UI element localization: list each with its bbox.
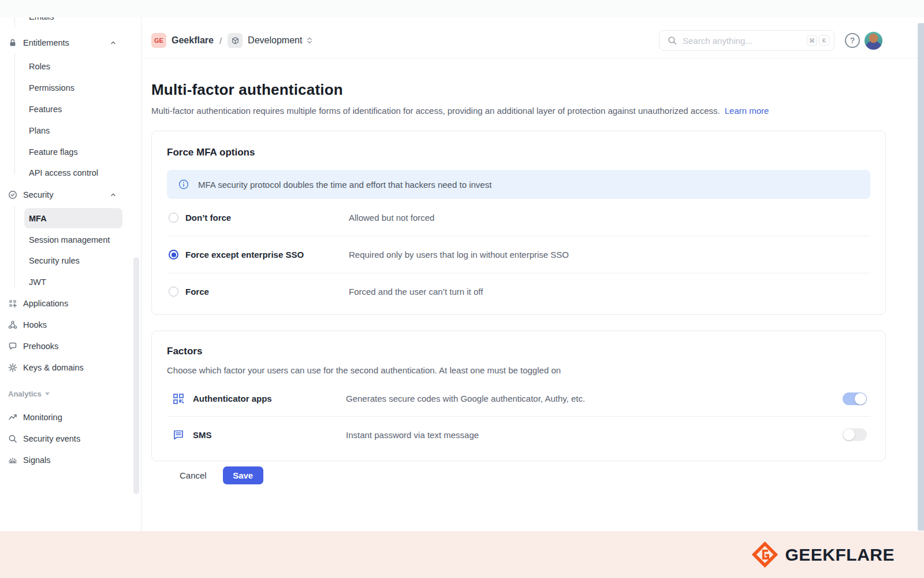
info-banner: MFA security protocol doubles the time a… (167, 170, 870, 199)
sidebar-section-label: Analytics (8, 390, 42, 398)
sidebar-item-label: Feature flags (0, 147, 78, 157)
sidebar-item-label: Features (0, 105, 62, 114)
workspace-badge[interactable]: GE (151, 33, 166, 48)
sidebar-section-label: Entitlements (23, 38, 69, 47)
sidebar-scrollbar[interactable] (133, 257, 139, 494)
chat-bubble-icon (8, 342, 17, 351)
chevron-up-icon[interactable] (110, 191, 117, 198)
geekflare-brand: GEEKFLARE (752, 542, 895, 568)
sidebar-item-label: JWT (0, 277, 46, 287)
option-description: Forced and the user can’t turn it off (349, 287, 483, 297)
chevron-updown-icon[interactable] (305, 36, 314, 45)
cancel-button[interactable]: Cancel (176, 467, 210, 484)
sidebar-item-applications[interactable]: Applications (0, 293, 141, 314)
sidebar-item-label: Monitoring (23, 413, 62, 422)
radio-button[interactable] (169, 250, 178, 260)
sidebar: Emails Entitlements Roles Permissions Fe… (0, 0, 141, 531)
sidebar-item-label: Security events (23, 434, 80, 443)
top-strip (0, 0, 924, 17)
info-banner-text: MFA security protocol doubles the time a… (198, 180, 491, 190)
learn-more-link[interactable]: Learn more (725, 106, 769, 116)
sidebar-section-analytics[interactable]: Analytics (0, 383, 141, 404)
geekflare-wordmark: GEEKFLARE (785, 545, 895, 565)
environment-selector[interactable]: Development (248, 35, 302, 46)
check-circle-icon (8, 190, 17, 199)
avatar[interactable] (865, 32, 882, 50)
k-key-badge: K (819, 35, 829, 46)
sidebar-item-label: Roles (0, 62, 50, 71)
sidebar-item-prehooks[interactable]: Prehooks (0, 336, 141, 357)
sidebar-item-label: Prehooks (23, 342, 58, 351)
factor-description: Instant password via text message (346, 430, 843, 440)
cmd-key-badge: ⌘ (807, 35, 817, 46)
save-button[interactable]: Save (223, 466, 263, 484)
signal-burst-icon (8, 455, 17, 465)
sidebar-section-entitlements[interactable]: Entitlements (0, 32, 141, 53)
mfa-option-force[interactable]: Force Forced and the user can’t turn it … (167, 273, 870, 310)
factors-card: Factors Choose which factor your users c… (151, 331, 886, 461)
radio-button[interactable] (169, 213, 178, 223)
sidebar-item-label: API access control (0, 168, 98, 177)
nodes-icon (8, 320, 17, 329)
sidebar-item-feature-flags[interactable]: Feature flags (0, 142, 141, 162)
option-label[interactable]: Don’t force (185, 213, 349, 223)
factors-subtitle: Choose which factor your users can use f… (167, 365, 870, 376)
sidebar-section-security[interactable]: Security (0, 184, 141, 205)
chart-line-icon (8, 413, 17, 422)
page-scrollbar[interactable] (918, 23, 924, 531)
factor-authenticator-apps: Authenticator apps Generates secure code… (167, 381, 870, 417)
sidebar-item-jwt[interactable]: JWT (0, 272, 141, 292)
sidebar-item-label: Keys & domains (23, 363, 84, 372)
page-title: Multi-factor authentication (151, 81, 886, 98)
info-icon (178, 179, 189, 190)
authenticator-apps-toggle[interactable] (843, 392, 867, 405)
sidebar-item-plans[interactable]: Plans (0, 120, 141, 141)
search-placeholder: Search anything... (683, 36, 805, 46)
option-label[interactable]: Force (185, 287, 349, 297)
sidebar-item-api-access-control[interactable]: API access control (0, 162, 141, 183)
sidebar-item-features[interactable]: Features (0, 99, 141, 120)
sidebar-item-mfa[interactable]: MFA (24, 208, 122, 228)
geekflare-logo-icon (752, 542, 778, 568)
sidebar-item-label: Signals (23, 455, 51, 465)
factors-title: Factors (167, 345, 870, 358)
page-description: Multi-factor authentication requires mul… (151, 105, 886, 117)
sidebar-item-roles[interactable]: Roles (0, 56, 141, 77)
sidebar-item-security-rules[interactable]: Security rules (0, 250, 141, 271)
mfa-option-dont-force[interactable]: Don’t force Allowed but not forced (167, 199, 870, 236)
grid-plus-icon (8, 299, 17, 308)
sidebar-item-label: Security rules (0, 256, 80, 265)
search-input[interactable]: Search anything... ⌘ K (659, 30, 834, 51)
sidebar-item-label: Hooks (23, 320, 47, 329)
sidebar-section-label: Security (23, 190, 53, 199)
option-description: Required only by users that log in witho… (349, 250, 569, 260)
option-description: Allowed but not forced (349, 213, 434, 223)
lock-icon (8, 38, 17, 47)
help-button[interactable]: ? (845, 33, 860, 48)
radio-button[interactable] (169, 287, 178, 297)
sidebar-item-hooks[interactable]: Hooks (0, 314, 141, 335)
sidebar-item-security-events[interactable]: Security events (0, 428, 141, 449)
sidebar-item-signals[interactable]: Signals (0, 450, 141, 470)
sidebar-item-label: Session management (0, 235, 110, 244)
footer-watermark: GEEKFLARE (0, 531, 924, 578)
main-content: Multi-factor authentication Multi-factor… (142, 58, 917, 484)
cube-icon (228, 33, 243, 48)
factor-description: Generates secure codes with Google authe… (346, 394, 843, 403)
chevron-up-icon[interactable] (110, 39, 117, 46)
force-mfa-card: Force MFA options MFA security protocol … (151, 131, 886, 315)
caret-down-icon (44, 391, 50, 397)
breadcrumb-separator: / (219, 36, 222, 46)
sms-toggle[interactable] (843, 428, 867, 441)
sidebar-item-label: Applications (23, 299, 68, 308)
sidebar-item-keys-domains[interactable]: Keys & domains (0, 357, 141, 378)
mfa-option-force-except-sso[interactable]: Force except enterprise SSO Required onl… (167, 236, 870, 273)
sidebar-item-permissions[interactable]: Permissions (0, 77, 141, 98)
sidebar-item-monitoring[interactable]: Monitoring (0, 407, 141, 428)
breadcrumb-workspace[interactable]: Geekflare (172, 35, 214, 46)
option-label[interactable]: Force except enterprise SSO (185, 250, 349, 260)
force-mfa-title: Force MFA options (167, 146, 870, 159)
sidebar-item-label: Permissions (0, 83, 74, 92)
sidebar-item-session-management[interactable]: Session management (0, 229, 141, 250)
factor-label: Authenticator apps (193, 394, 346, 403)
